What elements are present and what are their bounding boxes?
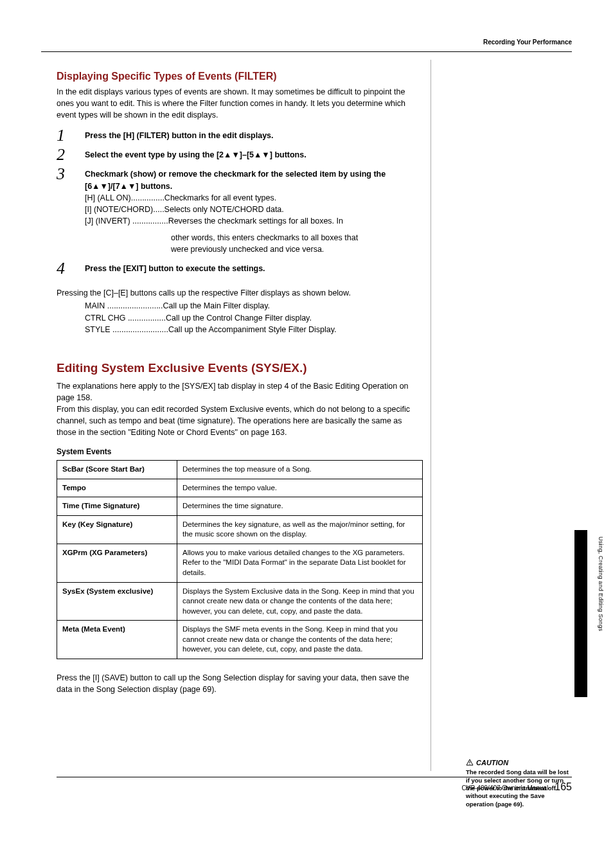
event-desc: Determines the top measure of a Song. <box>177 461 423 479</box>
step-1-text: Press the [H] (FILTER) button in the edi… <box>85 131 274 140</box>
filter-post-main: MAIN .........................Call up th… <box>85 300 423 312</box>
step-2-text: Select the event type by using the [2▲▼]… <box>85 150 306 159</box>
page-number: 165 <box>555 781 572 793</box>
table-row: XGPrm (XG Parameters)Allows you to make … <box>57 544 423 582</box>
step-2: 2 Select the event type by using the [2▲… <box>57 149 423 163</box>
sysex-intro2: From this display, you can edit recorded… <box>57 403 423 438</box>
step-3: 3 Checkmark (show) or remove the checkma… <box>57 168 423 227</box>
warning-icon <box>466 759 474 766</box>
step-3-line-h: [H] (ALL ON)...............Checkmarks fo… <box>85 193 276 202</box>
table-row: ScBar (Score Start Bar)Determines the to… <box>57 461 423 479</box>
table-title: System Events <box>57 447 423 456</box>
table-row: Key (Key Signature)Determines the key si… <box>57 515 423 544</box>
table-row: Time (Time Signature)Determines the time… <box>57 497 423 516</box>
step-3-line-i: [I] (NOTE/CHORD).....Selects only NOTE/C… <box>85 205 284 214</box>
step-3-line-j: [J] (INVERT) ................Reverses th… <box>85 217 343 226</box>
page-header-section: Recording Your Performance <box>483 39 572 46</box>
table-row: TempoDetermines the tempo value. <box>57 479 423 497</box>
filter-heading: Displaying Specific Types of Events (FIL… <box>57 71 423 82</box>
svg-point-1 <box>469 764 470 765</box>
step-4-text: Press the [EXIT] button to execute the s… <box>85 264 265 273</box>
caution-title: CAUTION <box>466 758 572 767</box>
step-4: 4 Press the [EXIT] button to execute the… <box>57 263 423 277</box>
event-desc: Displays the SMF meta events in the Song… <box>177 621 423 659</box>
event-name: XGPrm (XG Parameters) <box>57 544 177 582</box>
sysex-intro1: The explanations here apply to the [SYS/… <box>57 380 423 403</box>
event-name: Tempo <box>57 479 177 497</box>
filter-post-ctrl: CTRL CHG .................Call up the Co… <box>85 312 423 324</box>
page-footer: CVP-409/407 Owner's Manual 165 <box>462 781 572 793</box>
event-name: Time (Time Signature) <box>57 497 177 516</box>
manual-name: CVP-409/407 Owner's Manual <box>462 784 549 792</box>
step-number: 3 <box>57 166 85 182</box>
header-rule <box>41 51 572 52</box>
event-name: Meta (Meta Event) <box>57 621 177 659</box>
sysex-after: Press the [I] (SAVE) button to call up t… <box>57 672 423 695</box>
event-desc: Allows you to make various detailed chan… <box>177 544 423 582</box>
table-row: SysEx (System exclusive)Displays the Sys… <box>57 582 423 621</box>
filter-post-style: STYLE .........................Call up t… <box>85 324 423 335</box>
step-number: 2 <box>57 146 85 163</box>
sysex-heading: Editing System Exclusive Events (SYS/EX.… <box>57 361 423 375</box>
step-3-cont1: other words, this enters checkmarks to a… <box>171 232 423 244</box>
event-desc: Determines the tempo value. <box>177 479 423 497</box>
event-name: SysEx (System exclusive) <box>57 582 177 621</box>
filter-intro: In the edit displays various types of ev… <box>57 86 423 121</box>
event-desc: Determines the time signature. <box>177 497 423 516</box>
footer-rule <box>57 777 572 777</box>
step-1: 1 Press the [H] (FILTER) button in the e… <box>57 130 423 144</box>
event-name: Key (Key Signature) <box>57 515 177 544</box>
sidebar-label: Using, Creating and Editing Songs <box>598 536 604 631</box>
system-events-table: ScBar (Score Start Bar)Determines the to… <box>57 460 423 659</box>
event-name: ScBar (Score Start Bar) <box>57 461 177 479</box>
event-desc: Determines the key signature, as well as… <box>177 515 423 544</box>
event-desc: Displays the System Exclusive data in th… <box>177 582 423 621</box>
table-row: Meta (Meta Event)Displays the SMF meta e… <box>57 621 423 659</box>
content-divider <box>431 60 431 771</box>
sidebar-tab <box>574 530 587 697</box>
step-number: 4 <box>57 260 85 277</box>
filter-post: Pressing the [C]–[E] buttons calls up th… <box>57 287 423 299</box>
step-number: 1 <box>57 127 85 144</box>
step-3-bold: Checkmark (show) or remove the checkmark… <box>85 170 386 190</box>
step-3-cont2: were previously unchecked and vice versa… <box>171 244 423 255</box>
caution-label: CAUTION <box>476 758 508 767</box>
